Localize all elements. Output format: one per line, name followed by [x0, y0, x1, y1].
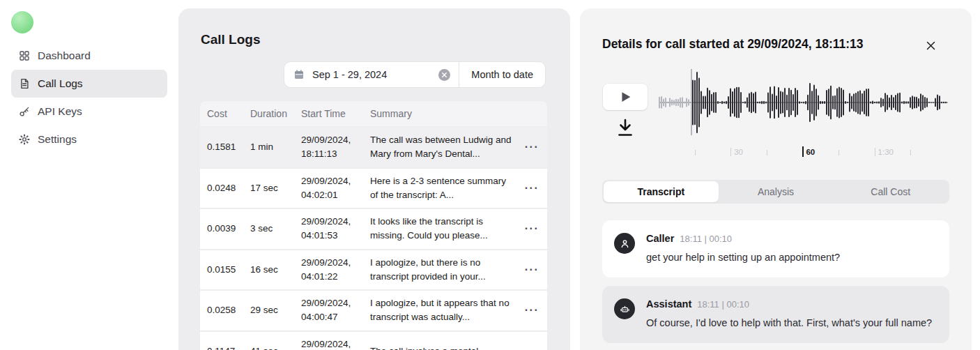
cell-start-time: 29/09/2024, 04:01:53 [294, 209, 363, 249]
call-logs-table: Cost Duration Start Time Summary 0.1581 … [200, 101, 547, 350]
row-menu-button[interactable]: ··· [516, 343, 547, 350]
sidebar-item-call-logs[interactable]: Call Logs [11, 70, 167, 98]
timeline-tick [695, 150, 696, 155]
cell-duration: 17 sec [243, 176, 294, 201]
table-row[interactable]: 0.0039 3 sec 29/09/2024, 04:01:53 It loo… [200, 209, 547, 249]
row-menu-button[interactable]: ··· [516, 139, 547, 155]
call-details-panel: Details for call started at 29/09/2024, … [580, 8, 972, 350]
timeline-tick [802, 146, 804, 157]
transcript-message: Assistant 18:11 | 00:10 Of course, I'd l… [602, 286, 949, 343]
sidebar-item-api-keys[interactable]: API Keys [11, 98, 167, 125]
cell-start-time: 29/09/2024, 04:01:22 [294, 250, 363, 290]
cell-start-time: 29/09/2024, 03:58:58 [294, 332, 363, 350]
timeline-tick [910, 150, 911, 155]
sidebar-item-label: Call Logs [38, 77, 83, 90]
waveform-timeline: 30601:30 [659, 146, 948, 162]
cell-duration: 1 min [243, 135, 294, 160]
message-timestamp: 18:11 | 00:10 [697, 299, 749, 310]
header-duration: Duration [243, 108, 294, 119]
dashboard-grid-icon [18, 50, 31, 62]
cell-summary: It looks like the transcript is missing.… [363, 209, 516, 249]
row-menu-button[interactable]: ··· [516, 261, 547, 278]
cell-summary: I apologize, but there is no transcript … [363, 250, 516, 290]
cell-duration: 3 sec [243, 216, 294, 241]
timeline-label: 1:30 [878, 148, 894, 156]
month-to-date-button[interactable]: Month to date [459, 62, 545, 87]
tab-analysis[interactable]: Analysis [719, 181, 834, 202]
cell-summary: Here is a 2-3 sentence summary of the tr… [363, 169, 516, 208]
date-range-filter: Sep 1 - 29, 2024 Month to date [284, 61, 546, 88]
document-icon [18, 77, 31, 90]
timeline-tick [730, 148, 731, 156]
table-row[interactable]: 0.0248 17 sec 29/09/2024, 04:02:01 Here … [200, 169, 547, 208]
sidebar-nav: Dashboard Call Logs API Keys Settings [11, 42, 167, 153]
header-summary: Summary [363, 108, 516, 119]
transcript-message: Caller 18:11 | 00:10 get your help in se… [602, 220, 949, 277]
timeline-tick [839, 150, 839, 155]
sidebar-item-settings[interactable]: Settings [11, 125, 167, 153]
cell-summary: I apologize, but it appears that no tran… [363, 291, 516, 330]
timeline-label: 60 [806, 148, 815, 156]
cell-summary: The call was between Ludwig and Mary fro… [363, 128, 516, 167]
message-speaker: Caller [646, 233, 674, 244]
timeline-tick [767, 150, 767, 155]
timeline-tick [875, 148, 875, 156]
message-speaker: Assistant [646, 298, 691, 310]
tab-label: Analysis [758, 186, 794, 197]
page-title: Call Logs [201, 32, 261, 47]
person-icon [614, 233, 635, 254]
close-button[interactable] [924, 39, 937, 52]
date-range-button[interactable]: Sep 1 - 29, 2024 [284, 62, 459, 87]
cell-cost: 0.0155 [200, 257, 243, 282]
app-logo [11, 11, 33, 33]
download-button[interactable] [615, 117, 635, 138]
tab-label: Call Cost [871, 186, 910, 197]
message-text: Of course, I'd love to help with that. F… [646, 316, 938, 330]
call-logs-panel: Call Logs Sep 1 - 29, 2024 Month to date… [178, 8, 570, 350]
sidebar-item-label: Settings [38, 133, 77, 146]
key-icon [18, 105, 31, 118]
sidebar-item-label: API Keys [38, 105, 82, 118]
table-row[interactable]: 0.0155 16 sec 29/09/2024, 04:01:22 I apo… [200, 250, 547, 290]
cell-cost: 0.1147 [200, 339, 243, 350]
audio-waveform[interactable] [659, 68, 948, 145]
tab-transcript[interactable]: Transcript [604, 181, 719, 202]
cell-start-time: 29/09/2024, 18:11:13 [294, 128, 363, 167]
clear-date-filter-button[interactable] [438, 69, 450, 81]
play-button[interactable] [603, 84, 648, 110]
play-icon [618, 89, 633, 105]
download-icon [616, 118, 634, 137]
row-menu-button[interactable]: ··· [516, 180, 547, 197]
cell-cost: 0.1581 [200, 135, 243, 160]
tab-call-cost[interactable]: Call Cost [833, 181, 948, 202]
cell-duration: 41 sec [243, 339, 294, 350]
calendar-icon [293, 68, 305, 81]
app-root: Dashboard Call Logs API Keys Settings Ca… [0, 0, 980, 350]
sidebar-item-dashboard[interactable]: Dashboard [11, 42, 167, 70]
timeline-label: 30 [734, 148, 743, 156]
clear-circle-icon [441, 72, 447, 78]
details-title: Details for call started at 29/09/2024, … [602, 37, 864, 52]
transcript-messages: Caller 18:11 | 00:10 get your help in se… [602, 220, 949, 343]
cell-cost: 0.0248 [200, 176, 243, 201]
message-text: get your help in setting up an appointme… [646, 250, 938, 265]
table-row[interactable]: 0.1581 1 min 29/09/2024, 18:11:13 The ca… [200, 128, 547, 167]
table-row[interactable]: 0.1147 41 sec 29/09/2024, 03:58:58 The c… [200, 332, 547, 350]
table-row[interactable]: 0.0258 29 sec 29/09/2024, 04:00:47 I apo… [200, 291, 547, 330]
row-menu-button[interactable]: ··· [516, 302, 547, 319]
header-start-time: Start Time [294, 108, 363, 119]
message-timestamp: 18:11 | 00:10 [680, 234, 732, 244]
cell-duration: 16 sec [243, 257, 294, 282]
cell-start-time: 29/09/2024, 04:02:01 [294, 169, 363, 208]
cell-cost: 0.0258 [200, 298, 243, 323]
cell-cost: 0.0039 [200, 216, 243, 241]
details-tabs: TranscriptAnalysisCall Cost [602, 180, 949, 204]
header-cost: Cost [200, 108, 243, 119]
table-body: 0.1581 1 min 29/09/2024, 18:11:13 The ca… [200, 128, 547, 350]
row-menu-button[interactable]: ··· [516, 220, 547, 237]
tab-label: Transcript [637, 186, 684, 197]
sidebar: Dashboard Call Logs API Keys Settings [0, 0, 178, 350]
table-header-row: Cost Duration Start Time Summary [200, 101, 547, 126]
sidebar-item-label: Dashboard [38, 50, 91, 62]
robot-icon [614, 298, 635, 319]
